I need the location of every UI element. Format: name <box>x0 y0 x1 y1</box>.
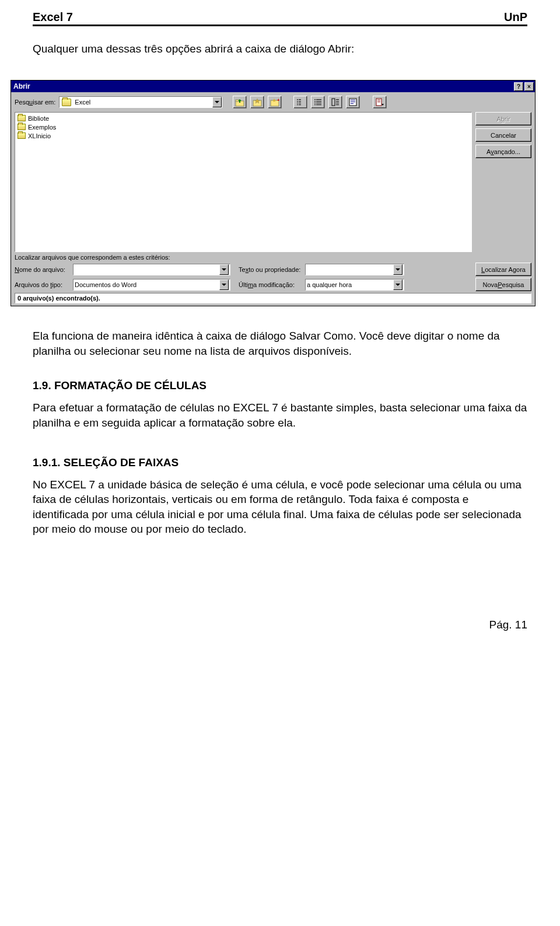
svg-marker-39 <box>222 284 226 286</box>
dialog-titlebar: Abrir ? × <box>11 81 535 92</box>
svg-rect-28 <box>336 104 339 105</box>
section-1-9-heading: 1.9. FORMATAÇÃO DE CÉLULAS <box>33 379 527 392</box>
body-paragraph-3: No EXCEL 7 a unidade básica de seleção é… <box>33 477 527 537</box>
folder-icon <box>18 124 26 130</box>
preview-view-icon[interactable] <box>346 96 360 109</box>
cancelar-button[interactable]: Cancelar <box>475 128 531 142</box>
svg-rect-20 <box>314 103 316 103</box>
texto-input[interactable] <box>305 264 404 275</box>
folder-icon <box>62 99 71 106</box>
svg-rect-27 <box>336 103 339 103</box>
help-button[interactable]: ? <box>514 82 523 91</box>
list-item[interactable]: XLInicio <box>16 131 470 140</box>
texto-label: Texto ou propriedade: <box>239 266 303 273</box>
svg-rect-24 <box>332 99 335 106</box>
svg-rect-22 <box>314 104 316 105</box>
ultima-label: Última modificação: <box>239 281 303 288</box>
svg-rect-12 <box>297 103 298 103</box>
svg-marker-37 <box>222 268 226 271</box>
chevron-down-icon[interactable] <box>393 264 402 275</box>
list-item[interactable]: Exemplos <box>16 123 470 131</box>
body-paragraph-1: Ela funciona de maneira idêntica à caixa… <box>33 329 527 358</box>
svg-marker-0 <box>215 101 219 103</box>
svg-rect-16 <box>314 99 316 100</box>
svg-rect-14 <box>297 104 298 105</box>
page-header: Excel 7 UnP <box>33 11 527 26</box>
svg-rect-21 <box>316 103 321 103</box>
folder-icon <box>18 132 26 139</box>
favorites-icon[interactable] <box>250 96 264 109</box>
details-view-icon[interactable] <box>311 96 325 109</box>
list-view-icon[interactable] <box>293 96 307 109</box>
svg-rect-10 <box>297 101 298 102</box>
chevron-down-icon[interactable] <box>219 264 229 275</box>
dialog-title: Abrir <box>13 82 30 90</box>
svg-rect-15 <box>299 104 301 105</box>
localizar-agora-button[interactable]: Localizar Agora <box>475 263 531 276</box>
tipo-input[interactable]: Documentos do Word <box>73 279 230 291</box>
tipo-label: Arquivos do tipo: <box>15 281 71 288</box>
commands-menu-icon[interactable] <box>373 96 387 109</box>
svg-rect-35 <box>377 102 380 102</box>
properties-view-icon[interactable] <box>328 96 342 109</box>
svg-rect-34 <box>377 100 380 100</box>
svg-rect-19 <box>316 101 321 102</box>
intro-text: Qualquer uma dessas três opções abrirá a… <box>33 43 527 55</box>
svg-marker-36 <box>382 104 384 106</box>
file-list[interactable]: Bibliote Exemplos XLInicio <box>15 112 472 252</box>
list-item[interactable]: Bibliote <box>16 114 470 123</box>
svg-rect-13 <box>299 103 301 103</box>
chevron-down-icon[interactable] <box>219 279 229 290</box>
open-dialog: Abrir ? × Pesquisar em: Excel <box>10 80 536 306</box>
chevron-down-icon[interactable] <box>393 279 402 290</box>
section-1-9-1-heading: 1.9.1. SELEÇÃO DE FAIXAS <box>33 456 527 469</box>
folder-name: Excel <box>74 99 212 106</box>
svg-text:+: + <box>277 97 279 103</box>
body-paragraph-2: Para efetuar a formatação de células no … <box>33 400 527 430</box>
abrir-button[interactable]: Abrir <box>475 112 531 125</box>
svg-rect-25 <box>336 99 339 100</box>
svg-rect-32 <box>351 103 354 104</box>
svg-rect-18 <box>314 101 316 102</box>
close-button[interactable]: × <box>524 82 534 91</box>
svg-marker-38 <box>396 268 400 271</box>
svg-rect-8 <box>297 99 298 100</box>
page-number: Pág. 11 <box>33 619 527 631</box>
svg-marker-40 <box>396 284 400 286</box>
svg-rect-30 <box>351 100 355 100</box>
svg-rect-11 <box>299 101 301 102</box>
criteria-label: Localizar arquivos que correspondem a es… <box>15 254 531 261</box>
folder-icon <box>18 115 26 121</box>
header-left: Excel 7 <box>33 11 73 24</box>
svg-rect-9 <box>299 99 301 100</box>
ultima-input[interactable]: a qualquer hora <box>305 279 404 291</box>
nome-input[interactable] <box>73 264 230 275</box>
svg-rect-17 <box>316 99 321 100</box>
add-favorite-icon[interactable]: + <box>268 96 282 109</box>
header-right: UnP <box>504 11 527 24</box>
nome-label: Nome do arquivo: <box>15 266 71 273</box>
up-one-level-icon[interactable] <box>233 96 247 109</box>
status-text: 0 arquivo(s) encontrado(s). <box>15 293 531 303</box>
pesquisar-label: Pesquisar em: <box>15 99 55 106</box>
svg-rect-26 <box>336 101 339 102</box>
svg-rect-23 <box>316 104 321 105</box>
nova-pesquisa-button[interactable]: Nova Pesquisa <box>475 278 531 291</box>
svg-rect-31 <box>351 102 355 102</box>
avancado-button[interactable]: Avançado... <box>475 145 531 158</box>
chevron-down-icon[interactable] <box>212 97 222 107</box>
folder-combo[interactable]: Excel <box>59 96 222 108</box>
